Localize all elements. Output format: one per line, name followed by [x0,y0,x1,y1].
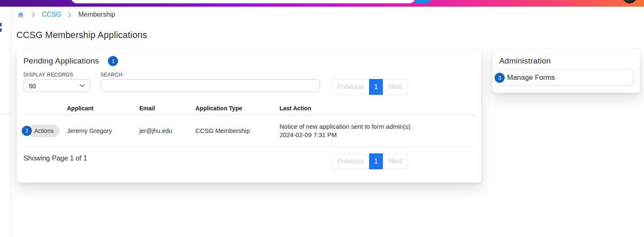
pending-applications-card: Pending Applications 1 DISPLAY RECORDS 5… [17,49,481,183]
breadcrumb: CCSG Membership [17,11,115,18]
admin-card-title: Administration [499,56,551,66]
chevron-down-icon [80,84,85,87]
last-action-timestamp: 2024-02-09 7:31 PM [280,131,475,139]
page-1-button[interactable]: 1 [369,153,383,169]
page-1-button[interactable]: 1 [369,79,383,95]
pagination-top: Previous 1 Next [331,79,408,95]
pagination-bottom: Previous 1 Next [331,153,408,169]
app-window: CCSG Membership CCSG Membership Applicat… [0,0,644,237]
showing-page-text: Showing Page 1 of 1 [23,154,87,162]
table-row: Actions 2 Jeremy Gregory jer@jhu.edu CCS… [23,115,475,147]
column-header-application-type: Application Type [195,105,280,112]
page-title: CCSG Membership Applications [16,30,147,41]
annotation-badge-2: 2 [22,126,32,136]
sidebar-divider [0,114,11,114]
last-action-text: Notice of new application sent to form a… [280,122,475,131]
sidebar-clipped-text [0,23,2,26]
global-search-button[interactable] [415,0,432,3]
display-records-label: DISPLAY RECORDS [23,72,73,78]
cell-application-type: CCSG Membership [195,127,280,134]
table-search-input[interactable] [100,79,320,92]
breadcrumb-current: Membership [78,11,115,18]
annotation-badge-1: 1 [108,56,118,66]
administration-card: Administration 3 Manage Forms [493,49,640,93]
table-header: Applicant Email Application Type Last Ac… [23,102,475,115]
previous-button[interactable]: Previous [331,153,369,169]
column-header-last-action: Last Action [280,105,475,112]
display-records-select[interactable]: 50 [23,79,90,92]
column-header-email: Email [139,105,195,112]
left-sidebar [0,7,11,237]
card-title: Pending Applications [23,56,99,66]
breadcrumb-link-ccsg[interactable]: CCSG [42,11,61,18]
sidebar-clipped-text [0,28,2,32]
manage-forms-item[interactable]: 3 Manage Forms [499,69,633,86]
avatar[interactable] [622,0,637,3]
chevron-right-icon [68,12,72,18]
home-icon[interactable] [17,11,25,18]
column-header-applicant: Applicant [67,105,139,112]
next-button[interactable]: Next [383,79,408,95]
manage-forms-label: Manage Forms [507,74,555,82]
table-search-label: SEARCH: [100,72,124,78]
global-search-input[interactable] [71,0,415,3]
actions-button[interactable]: Actions [28,125,59,137]
next-button[interactable]: Next [383,153,408,169]
cell-applicant: Jeremy Gregory [67,127,139,134]
cell-email: jer@jhu.edu [139,127,195,134]
display-records-value: 50 [29,82,36,89]
chevron-right-icon [31,12,35,18]
topbar [0,0,644,7]
annotation-badge-3: 3 [495,73,505,83]
previous-button[interactable]: Previous [331,79,369,95]
cell-last-action: Notice of new application sent to form a… [280,122,475,139]
